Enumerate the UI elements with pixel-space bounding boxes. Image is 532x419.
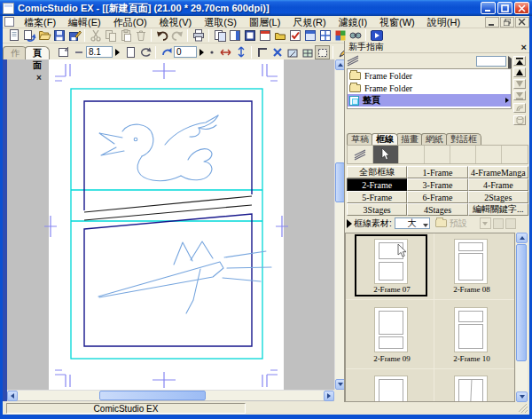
zoom-out-icon[interactable] (71, 45, 86, 59)
navigator-panel-button[interactable] (257, 28, 272, 43)
zoom-spinner-icon[interactable] (115, 49, 120, 56)
list-item-frame-folder-1[interactable]: Frame Folder (348, 69, 511, 82)
guide-dropdown[interactable] (476, 56, 506, 67)
menu-layer[interactable]: 圖層(L) (243, 16, 286, 28)
horizontal-scroll-thumb[interactable] (99, 391, 206, 400)
empty-tool-cell[interactable] (476, 146, 502, 163)
save-as-button[interactable] (66, 28, 82, 43)
menu-story[interactable]: 作品(O) (107, 16, 153, 28)
tab-works[interactable]: 作品 (3, 46, 27, 59)
cursor-tool-selected[interactable] (373, 146, 399, 163)
materials-panel-button[interactable] (272, 28, 287, 43)
dot-icon[interactable] (207, 50, 217, 55)
empty-tool-cell[interactable] (425, 146, 450, 163)
expander-icon[interactable] (347, 219, 352, 228)
title-bar[interactable]: ComicStudio EX - [[新建頁面] (21.00 * 29.70c… (0, 0, 532, 16)
layers-panel-button[interactable] (242, 28, 257, 43)
print-button[interactable] (191, 28, 206, 43)
thumbnail-scroll-thumb[interactable] (516, 244, 527, 361)
story-panel-button[interactable] (212, 28, 227, 43)
empty-tool-cell[interactable] (502, 146, 528, 163)
fit-height-icon[interactable] (234, 46, 248, 58)
maximize-button[interactable] (497, 2, 512, 14)
zoom-input[interactable] (86, 46, 113, 58)
category-edit-keywords[interactable]: 編輯關鍵字... (468, 203, 528, 216)
category-6-frame[interactable]: 6-Frame (407, 191, 467, 203)
menu-view[interactable]: 檢視(V) (153, 16, 199, 28)
category-4-frame-manga[interactable]: 4-FrameManga (468, 166, 528, 178)
category-2-stages[interactable]: 2Stages (468, 191, 528, 203)
tone-stack-tool[interactable] (348, 146, 373, 163)
menu-selection[interactable]: 選取(S) (198, 16, 243, 28)
scroll-up-icon[interactable] (516, 233, 528, 243)
mdi-minimize-button[interactable] (485, 17, 499, 28)
canvas-area[interactable] (3, 59, 344, 401)
move-bottom-icon[interactable] (513, 91, 526, 100)
mdi-close-button[interactable] (515, 17, 529, 28)
category-1-frame[interactable]: 1-Frame (407, 166, 467, 178)
menu-file[interactable]: 檔案(F) (18, 16, 62, 28)
new-page-button[interactable] (6, 28, 21, 43)
category-4-stages[interactable]: 4Stages (407, 203, 467, 216)
move-top-icon[interactable] (513, 56, 526, 66)
undo-button[interactable] (154, 28, 169, 43)
tab-tone[interactable]: 網紙 (421, 133, 448, 145)
scroll-down-icon[interactable] (516, 391, 528, 402)
tab-frame[interactable]: 框線 (372, 133, 398, 145)
save-button[interactable] (51, 28, 66, 43)
tab-page[interactable]: 頁面× (25, 46, 50, 59)
tone-stack-icon[interactable] (345, 54, 360, 68)
close-x-icon[interactable] (270, 45, 285, 59)
new-view-icon[interactable] (122, 45, 137, 59)
angle-input[interactable] (174, 46, 197, 58)
page-curl-icon[interactable] (513, 103, 526, 113)
window-panel-button[interactable] (302, 28, 317, 43)
properties-panel-button[interactable] (287, 28, 302, 43)
fit-width-icon[interactable] (217, 48, 234, 57)
tab-draft[interactable]: 草稿 (347, 133, 373, 145)
move-down-icon[interactable] (513, 79, 526, 89)
empty-tool-cell[interactable] (399, 146, 425, 163)
snap-ruler-icon[interactable] (285, 45, 300, 59)
angle-spinner-icon[interactable] (200, 49, 204, 56)
new-from-template-button[interactable] (21, 28, 36, 43)
scroll-right-icon[interactable] (324, 391, 334, 401)
category-2-frame[interactable]: 2-Frame (347, 178, 407, 191)
page-canvas[interactable] (7, 59, 334, 390)
rotate-ccw-icon[interactable] (137, 45, 153, 59)
open-button[interactable] (36, 28, 51, 43)
size-select[interactable]: 大 (395, 217, 430, 229)
category-3-frame[interactable]: 3-Frame (407, 178, 467, 191)
corner-guide-icon[interactable] (254, 45, 270, 59)
grid-panel-button[interactable] (317, 28, 332, 43)
resize-grip[interactable] (519, 404, 528, 413)
thumbnail-2-frame-10[interactable] (454, 307, 488, 352)
canvas-horizontal-scrollbar[interactable] (7, 390, 334, 400)
panel-title-bar[interactable]: 新手指南 × (345, 41, 530, 53)
empty-tool-cell[interactable] (450, 146, 476, 163)
thumbnail-scrollbar[interactable] (516, 233, 528, 402)
tab-close-icon[interactable]: × (36, 73, 42, 83)
list-item-frame-folder-2[interactable]: Frame Folder (348, 82, 511, 94)
menu-filter[interactable]: 濾鏡(I) (332, 16, 373, 28)
move-up-icon[interactable] (513, 67, 526, 77)
category-3-stages[interactable]: 3Stages (347, 203, 407, 216)
category-4-frame[interactable]: 4-Frame (468, 178, 528, 191)
menu-window[interactable]: 視窗(W) (373, 16, 421, 28)
marquee-select-icon[interactable] (315, 45, 330, 59)
menu-help[interactable]: 說明(H) (421, 16, 466, 28)
panel-close-icon[interactable]: × (521, 42, 527, 52)
thumbnail-2-frame-08[interactable] (454, 239, 488, 284)
page-list-panel-button[interactable] (227, 28, 242, 43)
menu-edit[interactable]: 編輯(E) (62, 16, 107, 28)
snap-grid-icon[interactable] (300, 45, 315, 59)
thumbnail-2-frame-09[interactable] (374, 307, 408, 352)
menu-ruler[interactable]: 尺規(R) (286, 16, 332, 28)
minimize-button[interactable] (481, 2, 496, 14)
category-all-frames[interactable]: 全部框線 (347, 166, 407, 178)
delete-material-icon[interactable] (513, 115, 526, 125)
thumbnail-partial-right[interactable] (454, 376, 488, 402)
fit-window-icon[interactable] (56, 45, 71, 59)
category-5-frame[interactable]: 5-Frame (347, 191, 407, 203)
expand-right-icon[interactable] (505, 98, 509, 103)
